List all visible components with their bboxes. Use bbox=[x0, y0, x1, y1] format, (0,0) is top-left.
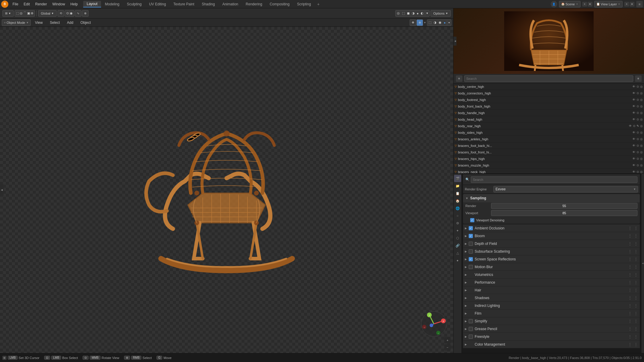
simplify-menu2[interactable]: ⋮ bbox=[634, 319, 638, 324]
item-camera[interactable]: ⊙ bbox=[637, 85, 639, 88]
ambient-occlusion-section[interactable]: ▶ ✓ Ambient Occlusion ⋮ ⋮ bbox=[463, 224, 640, 232]
depth-of-field-menu[interactable]: ⋮ bbox=[628, 241, 632, 246]
viewport-display-5[interactable]: ● bbox=[416, 12, 420, 15]
film-section[interactable]: ▶ Film ⋮ ⋮ bbox=[463, 310, 640, 317]
layer-close-btn[interactable]: ✕ bbox=[630, 2, 634, 7]
subsurface-scattering-section[interactable]: ▶ Subsurface Scattering ⋮ ⋮ bbox=[463, 248, 640, 255]
simplify-checkbox[interactable] bbox=[469, 319, 473, 323]
depth-of-field-checkbox[interactable] bbox=[469, 242, 473, 246]
gizmo-btn[interactable]: ✥ bbox=[410, 19, 416, 26]
shading-look-dev-btn[interactable]: ◉ bbox=[438, 21, 442, 24]
subsurface-scattering-checkbox[interactable] bbox=[469, 249, 473, 254]
prop-icon-render[interactable]: 🎬 bbox=[454, 175, 461, 182]
freestyle-menu2[interactable]: ⋮ bbox=[634, 334, 638, 339]
menu-window[interactable]: Window bbox=[50, 1, 67, 7]
sampling-header[interactable]: ▼ Sampling bbox=[463, 194, 640, 202]
prop-icon-modifier[interactable]: ⚙ bbox=[454, 220, 461, 227]
viewport-left-arrow[interactable]: ◀ bbox=[0, 184, 4, 196]
viewport-display-1[interactable]: ◎ bbox=[396, 11, 401, 15]
color-management-section[interactable]: ▶ Color Management ⋮ ⋮ bbox=[463, 341, 640, 348]
preview-left-arrow[interactable]: ◀ bbox=[453, 37, 456, 46]
outliner-item-bracers-neck[interactable]: ▽ bracers_neck_high 👁 ⊙ ◎ bbox=[453, 169, 644, 173]
shading-settings-btn[interactable]: ▾ bbox=[448, 21, 451, 24]
shadows-menu[interactable]: ⋮ bbox=[628, 296, 632, 300]
menu-help[interactable]: Help bbox=[68, 1, 80, 7]
grease-pencil-menu[interactable]: ⋮ bbox=[628, 327, 632, 331]
tab-shading[interactable]: Shading bbox=[198, 1, 219, 7]
prop-icon-material[interactable]: ● bbox=[454, 257, 461, 264]
shadows-section[interactable]: ▶ Shadows ⋮ ⋮ bbox=[463, 294, 640, 302]
prop-icon-scene[interactable]: 🏠 bbox=[454, 197, 461, 204]
select-box-icon[interactable]: ⬚ bbox=[16, 11, 19, 15]
prop-icon-object[interactable]: ○ bbox=[454, 212, 461, 219]
tab-sculpting[interactable]: Sculpting bbox=[123, 1, 145, 7]
prop-icon-object-data[interactable]: △ bbox=[454, 249, 461, 257]
menu-file[interactable]: File bbox=[10, 1, 21, 7]
hair-menu2[interactable]: ⋮ bbox=[634, 288, 638, 293]
ssr-menu2[interactable]: ⋮ bbox=[634, 257, 638, 262]
menu-render[interactable]: Render bbox=[33, 1, 49, 7]
screen-space-reflections-checkbox[interactable]: ✓ bbox=[469, 257, 473, 261]
object-menu-btn[interactable]: Object bbox=[78, 20, 94, 25]
editor-type-btn[interactable]: ⊞ ▼ bbox=[2, 10, 14, 17]
indirect-lighting-menu2[interactable]: ⋮ bbox=[634, 303, 638, 308]
tab-animation[interactable]: Animation bbox=[219, 1, 242, 7]
prop-icon-constraint[interactable]: 🔗 bbox=[454, 242, 461, 249]
color-management-menu2[interactable]: ⋮ bbox=[634, 342, 638, 347]
outliner-item-body-head[interactable]: ▽ body_head_high 👁 ⊙ ◎ bbox=[453, 116, 644, 123]
volumetrics-menu[interactable]: ⋮ bbox=[628, 272, 632, 277]
screen-space-reflections-section[interactable]: ▶ ✓ Screen Space Reflections ⋮ ⋮ bbox=[463, 255, 640, 263]
item-render-2[interactable]: ◎ bbox=[640, 91, 643, 95]
add-workspace-btn[interactable]: + bbox=[315, 1, 322, 7]
zoom-out-btn[interactable]: − bbox=[444, 344, 451, 351]
zoom-in-btn[interactable]: + bbox=[444, 337, 451, 344]
view-layer-selector[interactable]: 📋 View Layer ▼ bbox=[594, 1, 623, 7]
volumetrics-menu2[interactable]: ⋮ bbox=[634, 272, 638, 277]
outliner-item-body-front-back[interactable]: ▽ body_front_back_high 👁 ⊙ ◎ bbox=[453, 103, 644, 110]
outliner-item-body-footrest[interactable]: ▽ body_footrest_high 👁 ⊙ ◎ bbox=[453, 97, 644, 103]
proportional-icon[interactable]: ◉ bbox=[70, 11, 73, 15]
menu-edit[interactable]: Edit bbox=[21, 1, 32, 7]
simplify-menu[interactable]: ⋮ bbox=[628, 319, 632, 324]
select-menu-btn[interactable]: Select bbox=[47, 20, 63, 25]
ambient-occlusion-checkbox[interactable]: ✓ bbox=[469, 226, 473, 230]
prop-icon-view-layer[interactable]: 📋 bbox=[454, 190, 461, 197]
hair-menu[interactable]: ⋮ bbox=[628, 288, 632, 293]
outliner-filter-btn[interactable]: ≡ bbox=[635, 75, 642, 82]
bloom-menu[interactable]: ⋮ bbox=[628, 234, 632, 238]
item-render[interactable]: ◎ bbox=[640, 85, 643, 88]
viewport-display-2[interactable]: ⬚ bbox=[401, 11, 406, 15]
panel-divider-right[interactable]: ◀ bbox=[641, 174, 644, 353]
scene-new-btn[interactable]: + bbox=[582, 2, 587, 7]
prop-icon-output[interactable]: 📁 bbox=[454, 182, 461, 189]
outliner-item-body-centre-high[interactable]: ▽ body_centre_high 👁 ⊙ ◎ bbox=[453, 83, 644, 90]
grease-pencil-menu2[interactable]: ⋮ bbox=[634, 327, 638, 331]
motion-blur-menu2[interactable]: ⋮ bbox=[634, 265, 638, 269]
prop-icon-world[interactable]: 🌐 bbox=[454, 205, 461, 212]
performance-menu2[interactable]: ⋮ bbox=[634, 280, 638, 285]
bloom-section[interactable]: ▶ ✓ Bloom ⋮ ⋮ bbox=[463, 232, 640, 240]
transform-icon-1[interactable]: ⟲ bbox=[58, 10, 64, 17]
grease-pencil-checkbox[interactable] bbox=[469, 327, 473, 331]
tab-uv-editing[interactable]: UV Editing bbox=[145, 1, 170, 7]
transform-extra-icon[interactable]: ⊕ bbox=[82, 10, 89, 17]
viewport-display-6[interactable]: ◐ bbox=[420, 11, 425, 15]
subsurface-scattering-menu[interactable]: ⋮ bbox=[628, 249, 632, 254]
outliner-item-bracers-ankles[interactable]: ▽ bracers_ankles_high 👁 ⊙ ◎ bbox=[453, 136, 644, 142]
proportional-falloff-icon[interactable]: ∿ bbox=[75, 10, 81, 17]
outliner-item-body-handle[interactable]: ▽ body_handle_high 👁 ⊙ ◎ bbox=[453, 110, 644, 116]
select-extra-icon[interactable]: ⊕ bbox=[31, 11, 33, 15]
film-menu[interactable]: ⋮ bbox=[628, 311, 632, 316]
viewport-display-3[interactable]: ◼ bbox=[406, 11, 411, 15]
ambient-occlusion-menu[interactable]: ⋮ bbox=[628, 226, 632, 231]
hair-section[interactable]: ▶ Hair ⋮ ⋮ bbox=[463, 286, 640, 294]
depth-of-field-section[interactable]: ▶ Depth of Field ⋮ ⋮ bbox=[463, 240, 640, 248]
outliner-item-bracers-foot-front[interactable]: ▽ bracers_foot_front_hi... 👁 ⊙ ◎ bbox=[453, 149, 644, 156]
select-circle-icon[interactable]: ◎ bbox=[20, 11, 23, 15]
shading-render-btn[interactable]: ● bbox=[443, 21, 447, 24]
viewport-value-field[interactable]: 85 bbox=[491, 210, 637, 216]
subsurface-scattering-menu2[interactable]: ⋮ bbox=[634, 249, 638, 254]
ambient-occlusion-menu2[interactable]: ⋮ bbox=[634, 226, 638, 231]
freestyle-section[interactable]: ▶ Freestyle ⋮ ⋮ bbox=[463, 333, 640, 341]
motion-blur-checkbox[interactable] bbox=[469, 265, 473, 269]
